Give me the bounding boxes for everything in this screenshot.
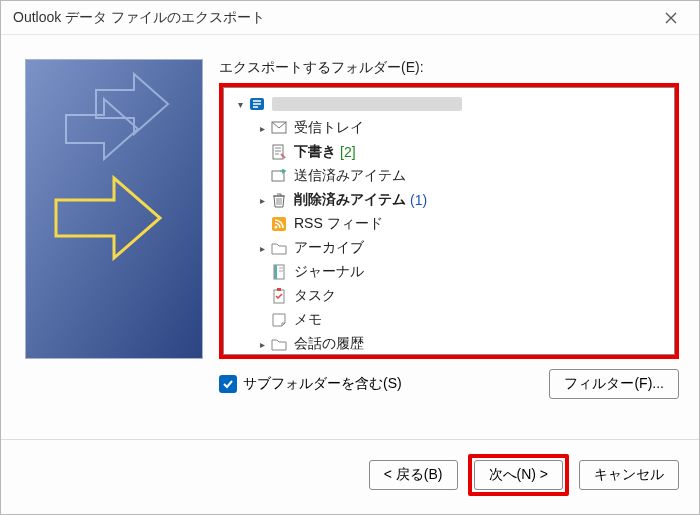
next-button[interactable]: 次へ(N) >	[474, 460, 564, 490]
chevron-right-icon: ▸	[254, 339, 270, 350]
tree-item-sent[interactable]: 送信済みアイテム	[224, 164, 674, 188]
journal-icon	[270, 263, 288, 281]
close-icon	[665, 12, 677, 24]
svg-point-6	[275, 226, 278, 229]
folder-tree[interactable]: ▾ ▸ 受信トレイ	[223, 87, 675, 355]
note-icon	[270, 311, 288, 329]
tree-item-notes[interactable]: メモ	[224, 308, 674, 332]
tree-item-archive[interactable]: ▸ アーカイブ	[224, 236, 674, 260]
tree-item-label: タスク	[294, 287, 336, 305]
tree-item-deleted[interactable]: ▸ 削除済みアイテム (1)	[224, 188, 674, 212]
account-name-redacted	[272, 97, 462, 111]
tree-item-label: 会話の履歴	[294, 335, 364, 353]
highlight-box-next: 次へ(N) >	[468, 454, 570, 496]
chevron-right-icon: ▸	[254, 123, 270, 134]
svg-rect-0	[26, 60, 203, 359]
titlebar: Outlook データ ファイルのエクスポート	[1, 1, 699, 35]
filter-button[interactable]: フィルター(F)...	[549, 369, 679, 399]
tree-item-label: 送信済みアイテム	[294, 167, 406, 185]
tree-item-journal[interactable]: ジャーナル	[224, 260, 674, 284]
tree-item-label: 削除済みアイテム	[294, 191, 406, 209]
tree-item-label: 受信トレイ	[294, 119, 364, 137]
back-button[interactable]: < 戻る(B)	[369, 460, 458, 490]
count-badge: [2]	[340, 144, 356, 160]
tree-item-inbox[interactable]: ▸ 受信トレイ	[224, 116, 674, 140]
sent-icon	[270, 167, 288, 185]
tree-item-rss[interactable]: RSS フィード	[224, 212, 674, 236]
tree-item-tasks[interactable]: タスク	[224, 284, 674, 308]
svg-rect-10	[277, 288, 281, 291]
dialog-title: Outlook データ ファイルのエクスポート	[13, 9, 265, 27]
tree-root[interactable]: ▾	[224, 92, 674, 116]
svg-rect-8	[274, 265, 277, 279]
tree-item-conversation-history[interactable]: ▸ 会話の履歴	[224, 332, 674, 355]
tree-item-drafts[interactable]: 下書き [2]	[224, 140, 674, 164]
tree-item-label: メモ	[294, 311, 322, 329]
wizard-art	[25, 59, 203, 359]
cancel-button[interactable]: キャンセル	[579, 460, 679, 490]
chevron-right-icon: ▸	[254, 243, 270, 254]
exchange-icon	[248, 95, 266, 113]
dialog-footer: < 戻る(B) 次へ(N) > キャンセル	[1, 439, 699, 514]
svg-rect-3	[273, 145, 283, 159]
checkbox-label: サブフォルダーを含む(S)	[243, 375, 402, 393]
inbox-icon	[270, 119, 288, 137]
draft-icon	[270, 143, 288, 161]
tree-item-label: アーカイブ	[294, 239, 364, 257]
task-icon	[270, 287, 288, 305]
count-badge: (1)	[410, 192, 427, 208]
tree-item-label: 下書き	[294, 143, 336, 161]
chevron-right-icon: ▸	[254, 195, 270, 206]
folder-icon	[270, 239, 288, 257]
folder-label: エクスポートするフォルダー(E):	[219, 59, 679, 77]
include-subfolders-checkbox[interactable]: サブフォルダーを含む(S)	[219, 375, 402, 393]
tree-item-label: RSS フィード	[294, 215, 383, 233]
rss-icon	[270, 215, 288, 233]
checkbox-checked-icon	[219, 375, 237, 393]
tree-item-label: ジャーナル	[294, 263, 364, 281]
folder-icon	[270, 335, 288, 353]
highlight-box-tree: ▾ ▸ 受信トレイ	[219, 83, 679, 359]
chevron-down-icon: ▾	[232, 99, 248, 110]
close-button[interactable]	[651, 4, 691, 32]
export-dialog: Outlook データ ファイルのエクスポート	[0, 0, 700, 515]
trash-icon	[270, 191, 288, 209]
